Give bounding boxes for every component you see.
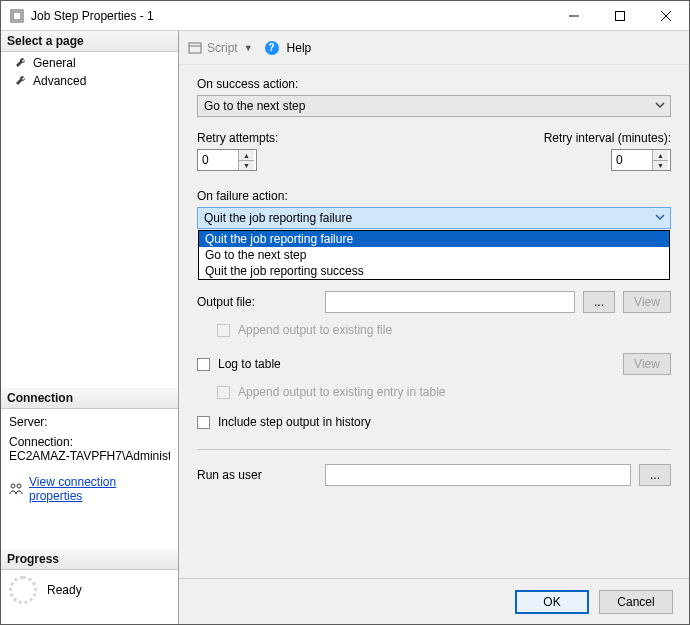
append-entry-row: Append output to existing entry in table: [197, 385, 671, 399]
toolbar: Script ▼ ? Help: [179, 31, 689, 65]
dialog-footer: OK Cancel: [179, 578, 689, 624]
include-history-checkbox[interactable]: [197, 416, 210, 429]
append-output-row: Append output to existing file: [197, 323, 671, 337]
run-as-user-input[interactable]: [325, 464, 631, 486]
browse-button[interactable]: ...: [583, 291, 615, 313]
retry-row: Retry attempts: ▲ ▼ Retry interval (minu…: [197, 131, 671, 171]
maximize-button[interactable]: [597, 1, 643, 31]
svg-point-6: [11, 484, 15, 488]
svg-point-7: [17, 484, 21, 488]
progress-header: Progress: [1, 549, 178, 570]
script-dropdown-caret[interactable]: ▼: [244, 43, 253, 53]
main-panel: Script ▼ ? Help On success action: Go to…: [179, 31, 689, 624]
append-entry-checkbox: [217, 386, 230, 399]
window-title: Job Step Properties - 1: [31, 9, 551, 23]
titlebar: Job Step Properties - 1: [1, 1, 689, 31]
connection-value: EC2AMAZ-TAVPFH7\Administrator: [9, 449, 170, 463]
window-buttons: [551, 1, 689, 31]
view-log-button[interactable]: View: [623, 353, 671, 375]
retry-interval-input[interactable]: ▲ ▼: [611, 149, 671, 171]
append-output-label: Append output to existing file: [238, 323, 392, 337]
include-history-row: Include step output in history: [197, 415, 671, 429]
dropdown-option[interactable]: Go to the next step: [199, 247, 669, 263]
help-button[interactable]: Help: [287, 41, 312, 55]
chevron-down-icon: [654, 211, 666, 223]
cancel-button[interactable]: Cancel: [599, 590, 673, 614]
run-as-user-label: Run as user: [197, 468, 317, 482]
append-entry-label: Append output to existing entry in table: [238, 385, 445, 399]
script-icon: [187, 40, 203, 56]
run-as-user-browse-button[interactable]: ...: [639, 464, 671, 486]
retry-interval-label: Retry interval (minutes):: [544, 131, 671, 145]
output-file-label: Output file:: [197, 295, 317, 309]
separator: [197, 449, 671, 450]
spin-up-button[interactable]: ▲: [239, 150, 254, 160]
minimize-button[interactable]: [551, 1, 597, 31]
svg-rect-1: [13, 12, 21, 20]
on-failure-value: Quit the job reporting failure: [204, 211, 352, 225]
dialog-window: Job Step Properties - 1 Select a page Ge…: [0, 0, 690, 625]
retry-attempts-field[interactable]: [198, 153, 238, 167]
include-history-label: Include step output in history: [218, 415, 371, 429]
on-success-label: On success action:: [197, 77, 671, 91]
spinner-icon: [9, 576, 37, 604]
view-output-button[interactable]: View: [623, 291, 671, 313]
sidebar: Select a page General Advanced Connectio…: [1, 31, 179, 624]
run-as-user-row: Run as user ...: [197, 464, 671, 486]
spin-down-button[interactable]: ▼: [239, 160, 254, 170]
sidebar-item-general[interactable]: General: [1, 54, 178, 72]
retry-attempts-label: Retry attempts:: [197, 131, 278, 145]
on-failure-label: On failure action:: [197, 189, 671, 203]
output-file-input[interactable]: [325, 291, 575, 313]
chevron-down-icon: [654, 99, 666, 111]
dropdown-option[interactable]: Quit the job reporting success: [199, 263, 669, 279]
retry-attempts-input[interactable]: ▲ ▼: [197, 149, 257, 171]
on-failure-combo[interactable]: Quit the job reporting failure Quit the …: [197, 207, 671, 229]
append-output-checkbox: [217, 324, 230, 337]
form-area: On success action: Go to the next step R…: [179, 65, 689, 578]
view-connection-row: View connection properties: [1, 469, 178, 509]
server-block: Server:: [1, 409, 178, 435]
retry-interval-field[interactable]: [612, 153, 652, 167]
sidebar-item-label: Advanced: [33, 74, 86, 88]
on-failure-dropdown: Quit the job reporting failure Go to the…: [198, 230, 670, 280]
ok-button[interactable]: OK: [515, 590, 589, 614]
spin-up-button[interactable]: ▲: [653, 150, 668, 160]
on-success-value: Go to the next step: [204, 99, 305, 113]
dialog-body: Select a page General Advanced Connectio…: [1, 31, 689, 624]
log-to-table-checkbox[interactable]: [197, 358, 210, 371]
output-file-row: Output file: ... View: [197, 291, 671, 313]
close-button[interactable]: [643, 1, 689, 31]
on-failure-section: On failure action: Quit the job reportin…: [197, 189, 671, 229]
on-success-combo[interactable]: Go to the next step: [197, 95, 671, 117]
people-icon: [9, 483, 23, 495]
page-list: General Advanced: [1, 52, 178, 92]
connection-block: Connection: EC2AMAZ-TAVPFH7\Administrato…: [1, 435, 178, 469]
script-button[interactable]: Script: [207, 41, 238, 55]
log-to-table-label: Log to table: [218, 357, 281, 371]
retry-attempts-col: Retry attempts: ▲ ▼: [197, 131, 278, 171]
app-icon: [9, 8, 25, 24]
sidebar-item-advanced[interactable]: Advanced: [1, 72, 178, 90]
retry-interval-col: Retry interval (minutes): ▲ ▼: [544, 131, 671, 171]
progress-row: Ready: [1, 570, 178, 624]
view-connection-link[interactable]: View connection properties: [29, 475, 170, 503]
select-page-header: Select a page: [1, 31, 178, 52]
spinner-buttons: ▲ ▼: [652, 150, 668, 170]
progress-status: Ready: [47, 583, 82, 597]
help-icon: ?: [265, 41, 279, 55]
spin-down-button[interactable]: ▼: [653, 160, 668, 170]
spinner-buttons: ▲ ▼: [238, 150, 254, 170]
log-to-table-row: Log to table View: [197, 353, 671, 375]
svg-rect-3: [616, 11, 625, 20]
sidebar-item-label: General: [33, 56, 76, 70]
wrench-icon: [15, 57, 27, 69]
connection-header: Connection: [1, 388, 178, 409]
server-label: Server:: [9, 415, 170, 429]
connection-label: Connection:: [9, 435, 170, 449]
wrench-icon: [15, 75, 27, 87]
dropdown-option[interactable]: Quit the job reporting failure: [199, 231, 669, 247]
svg-rect-8: [189, 43, 201, 53]
